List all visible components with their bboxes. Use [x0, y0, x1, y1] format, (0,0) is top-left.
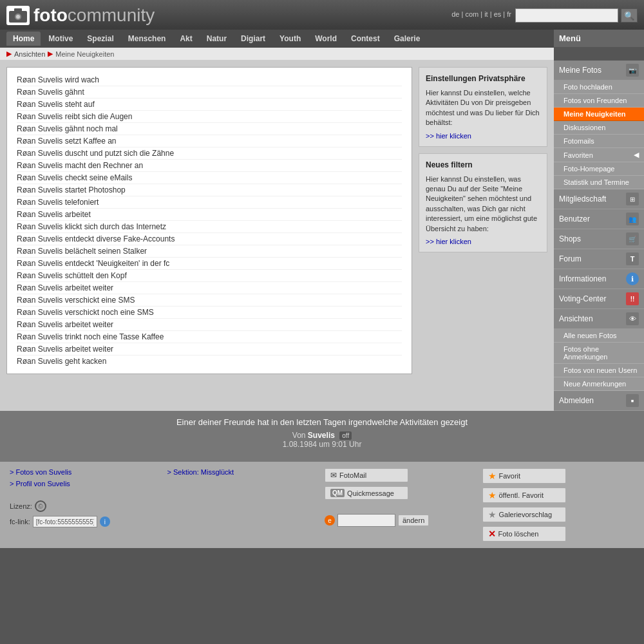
nav-item-spezial[interactable]: Spezial	[80, 32, 120, 46]
nav-item-digiart[interactable]: Digiart	[234, 32, 272, 46]
quickmsg-button[interactable]: QM Quickmessage	[325, 486, 408, 500]
activity-item-17: Røan Suvelis arbeitet weiter	[17, 282, 402, 294]
nav-item-motive[interactable]: Motive	[42, 32, 79, 46]
sidebar-item-fotos-von-freunden[interactable]: Fotos von Freunden	[554, 94, 644, 108]
activity-item-13: Røan Suvelis entdeckt diverse Fake-Accou…	[17, 233, 402, 245]
sidebar-item-alle-neuen-fotos[interactable]: Alle neuen Fotos	[554, 329, 644, 343]
nav-item-natur[interactable]: Natur	[200, 32, 233, 46]
lang-fr[interactable]: fr	[507, 10, 511, 18]
activity-item-18: Røan Suvelis verschickt eine SMS	[17, 294, 402, 307]
activity-wrapper: Røan Suvelis wird wach Røan Suvelis gähn…	[6, 67, 547, 381]
sidebar-item-abmelden[interactable]: Abmelden ▪	[554, 391, 644, 411]
svg-point-3	[16, 15, 20, 19]
nav-item-akt[interactable]: Akt	[173, 32, 198, 46]
foto-loeschen-x-icon: ✕	[488, 529, 496, 539]
info-panels: Einstellungen Privatsphäre Hier kannst D…	[419, 67, 547, 381]
sidebar-item-shops[interactable]: Shops 🛒	[554, 229, 644, 249]
header: fotocommunity de | com | it | es | fr 🔍	[0, 0, 644, 30]
bottom-by-label: Von	[292, 431, 306, 440]
breadcrumb-current: Meine Neuigkeiten	[55, 50, 114, 58]
fotos-link[interactable]: > Fotos von Suvelis	[10, 468, 162, 476]
license-icon: ©	[35, 500, 46, 512]
filter-panel-link[interactable]: >> hier klicken	[426, 238, 471, 245]
bottom-date: 1.08.1984 um 9:01 Uhr	[283, 440, 362, 449]
sidebar-item-statistik[interactable]: Statistik und Termine	[554, 176, 644, 189]
nav-item-youth[interactable]: Youth	[273, 32, 307, 46]
activity-item-19: Røan Suvelis verschickt noch eine SMS	[17, 307, 402, 319]
nav-item-contest[interactable]: Contest	[345, 32, 386, 46]
activity-item-16: Røan Suvelis schüttelt den Kopf	[17, 270, 402, 282]
lang-de[interactable]: de	[451, 10, 459, 18]
galerie-button[interactable]: ★ Galerievorschlag	[482, 507, 566, 522]
svg-rect-1	[14, 8, 22, 12]
bottom-user-info: Von Suvelis off 1.08.1984 um 9:01 Uhr	[6, 431, 638, 449]
search-input[interactable]	[515, 8, 618, 23]
activity-item-1: Røan Suvelis gähnt	[17, 86, 402, 99]
logo: fotocommunity	[6, 5, 155, 26]
lang-es[interactable]: es	[494, 10, 502, 18]
privacy-panel-link[interactable]: >> hier klicken	[426, 132, 471, 140]
license-label: Lizenz:	[10, 502, 32, 510]
fotomail-button[interactable]: ✉ FotoMail	[325, 468, 408, 482]
sidebar-item-fotomails[interactable]: Fotomails	[554, 135, 644, 148]
sidebar-item-informationen[interactable]: Informationen ℹ	[554, 269, 644, 289]
offline-badge: off	[339, 431, 352, 440]
nav-item-galerie[interactable]: Galerie	[388, 32, 427, 46]
filter-panel-text: Hier kannst Du einstellen, was genau Du …	[426, 175, 540, 234]
sidebar-item-mitgliedschaft[interactable]: Mitgliedschaft ⊞	[554, 189, 644, 209]
sidebar-item-foto-homepage[interactable]: Foto-Homepage	[554, 162, 644, 176]
fclink-info-icon[interactable]: i	[100, 516, 110, 527]
bottom-actions: > Fotos von Suvelis > Profil von Suvelis…	[0, 462, 644, 548]
sidebar-item-diskussionen[interactable]: Diskussionen	[554, 121, 644, 135]
sidebar-label-meine-fotos: Meine Fotos	[559, 66, 601, 75]
aendern-input[interactable]	[337, 514, 395, 527]
sidebar-item-favoriten[interactable]: Favoriten◀	[554, 148, 644, 162]
nav: Home Motive Spezial Menschen Akt Natur D…	[0, 30, 554, 48]
sektion-link[interactable]: > Sektion: Missglückt	[167, 468, 320, 476]
activity-item-8: Røan Suvelis checkt seine eMails	[17, 172, 402, 184]
sidebar-item-meine-neuigkeiten[interactable]: Meine Neuigkeiten	[554, 108, 644, 121]
breadcrumb-ansichten[interactable]: Ansichten	[14, 50, 45, 58]
sidebar-item-voting[interactable]: Voting-Center !!	[554, 289, 644, 309]
content: Røan Suvelis wird wach Røan Suvelis gähn…	[0, 61, 554, 411]
search-button[interactable]: 🔍	[621, 8, 638, 23]
sidebar-item-ansichten[interactable]: Ansichten 👁	[554, 309, 644, 329]
activity-item-10: Røan Suvelis telefoniert	[17, 196, 402, 209]
nav-item-home[interactable]: Home	[6, 32, 41, 46]
nav-item-world[interactable]: World	[308, 32, 343, 46]
favorit-button[interactable]: ★ Favorit	[482, 468, 566, 484]
nav-item-menschen[interactable]: Menschen	[122, 32, 173, 46]
sidebar-item-forum[interactable]: Forum T	[554, 249, 644, 269]
bottom-col-4: ★ Favorit ★ öffentl. Favorit ★ Galerievo…	[482, 468, 635, 542]
sidebar-item-fotos-ohne-anm[interactable]: Fotos ohne Anmerkungen	[554, 343, 644, 364]
profil-link[interactable]: > Profil von Suvelis	[10, 480, 162, 488]
activity-item-6: Røan Suvelis duscht und putzt sich die Z…	[17, 147, 402, 160]
header-right: de | com | it | es | fr 🔍	[451, 8, 638, 23]
sidebar-menu-label: Menü	[559, 33, 581, 43]
lang-com[interactable]: com	[465, 10, 478, 18]
lang-it[interactable]: it	[484, 10, 488, 18]
activity-item-2: Røan Suvelis steht auf	[17, 99, 402, 111]
sidebar-item-benutzer[interactable]: Benutzer 👥	[554, 209, 644, 229]
sidebar-item-foto-hochladen[interactable]: Foto hochladen	[554, 80, 644, 94]
breadcrumb-arrow: ▶	[6, 50, 12, 58]
activity-box: Røan Suvelis wird wach Røan Suvelis gähn…	[6, 67, 412, 374]
activity-item-11: Røan Suvelis arbeitet	[17, 209, 402, 221]
privacy-panel-title: Einstellungen Privatsphäre	[426, 74, 540, 83]
sidebar-item-neue-anm[interactable]: Neue Anmerkungen	[554, 377, 644, 391]
oeff-favorit-star-icon: ★	[488, 490, 497, 500]
activity-item-5: Røan Suvelis setzt Kaffee an	[17, 135, 402, 147]
activity-item-3: Røan Suvelis reibt sich die Augen	[17, 111, 402, 123]
lang-links: de | com | it | es | fr	[451, 10, 511, 18]
fclink-input[interactable]	[33, 516, 97, 527]
breadcrumb: ▶ Ansichten ▶ Meine Neuigkeiten	[0, 48, 554, 61]
foto-loeschen-button[interactable]: ✕ Foto löschen	[482, 526, 566, 542]
activity-item-0: Røan Suvelis wird wach	[17, 74, 402, 86]
sidebar-item-meine-fotos[interactable]: Meine Fotos 📷	[554, 61, 644, 80]
galerie-star-icon: ★	[488, 509, 497, 520]
activity-item-4: Røan Suvelis gähnt noch mal	[17, 123, 402, 135]
aendern-button[interactable]: ändern	[398, 515, 429, 526]
logo-text: fotocommunity	[33, 5, 155, 26]
sidebar-item-fotos-neue-user[interactable]: Fotos von neuen Usern	[554, 364, 644, 377]
oeff-favorit-button[interactable]: ★ öffentl. Favorit	[482, 488, 566, 503]
